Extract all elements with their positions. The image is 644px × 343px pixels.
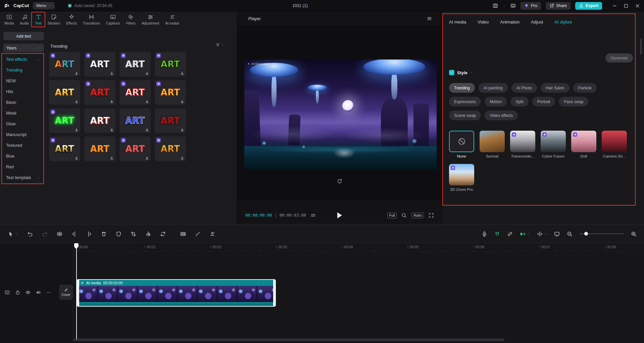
ratio-button[interactable]: Ratio bbox=[411, 213, 424, 218]
sidebar-item-hits[interactable]: Hits bbox=[2, 86, 43, 97]
sidebar-item-basic[interactable]: Basic bbox=[2, 97, 43, 108]
tab-filters[interactable]: Filters bbox=[123, 12, 139, 27]
style-thumb[interactable] bbox=[480, 131, 505, 152]
text-effect-card[interactable]: ART bbox=[49, 52, 80, 77]
style-camera-sh[interactable]: Camera Sh... bbox=[602, 131, 627, 158]
mask-button[interactable] bbox=[116, 231, 121, 237]
maximize-button[interactable] bbox=[624, 3, 629, 8]
minimize-button[interactable] bbox=[612, 3, 617, 8]
trim-right-button[interactable] bbox=[86, 231, 92, 237]
style-transcende[interactable]: Transcende... bbox=[510, 131, 535, 158]
eye-icon[interactable] bbox=[26, 290, 31, 295]
chip-split[interactable]: Split bbox=[510, 97, 528, 106]
chip-scene-swap[interactable]: Scene swap bbox=[449, 111, 481, 120]
more-icon[interactable] bbox=[46, 290, 51, 295]
style-doll[interactable]: Doll bbox=[571, 131, 596, 158]
ai-media-clip[interactable]: AI media 00:00:03:00 bbox=[77, 279, 276, 307]
download-icon[interactable] bbox=[110, 99, 114, 103]
zoom-in-button[interactable] bbox=[631, 231, 637, 237]
style-3d-zoom-pro[interactable]: 3D Zoom Pro bbox=[449, 164, 474, 191]
style-thumb[interactable] bbox=[571, 131, 596, 152]
text-effect-card[interactable]: ART bbox=[119, 52, 151, 77]
delete-button[interactable] bbox=[101, 231, 107, 237]
timeline-ruler[interactable]: 00:0000:0100:0200:0300:0400:0500:0600:07… bbox=[73, 243, 644, 252]
cover-button[interactable]: Cover bbox=[59, 285, 72, 300]
chip-portrait[interactable]: Portrait bbox=[532, 97, 555, 106]
download-icon[interactable] bbox=[145, 99, 149, 103]
tab-stickers[interactable]: Stickers bbox=[45, 12, 63, 27]
tab-audio[interactable]: Audio bbox=[17, 12, 32, 27]
close-button[interactable] bbox=[635, 3, 640, 8]
auto-ripple-button[interactable] bbox=[520, 231, 530, 237]
enhance-button[interactable] bbox=[195, 231, 201, 237]
filter-sort-button[interactable] bbox=[213, 42, 227, 48]
text-effect-card[interactable]: ART bbox=[84, 108, 115, 133]
full-button[interactable]: Full bbox=[387, 213, 397, 218]
export-button[interactable]: Export bbox=[575, 2, 602, 10]
playhead[interactable] bbox=[76, 243, 77, 339]
download-icon[interactable] bbox=[145, 156, 149, 160]
sidebar-item-glow[interactable]: Glow bbox=[2, 119, 43, 129]
clip-right-handle[interactable] bbox=[273, 280, 275, 306]
undo-button[interactable] bbox=[27, 231, 33, 237]
sidebar-group-text-effects[interactable]: Text effects bbox=[2, 54, 43, 65]
chip-motion[interactable]: Motion bbox=[485, 97, 507, 106]
tab-ai-avatar[interactable]: AI avatar bbox=[162, 12, 183, 27]
style-thumb[interactable] bbox=[449, 164, 474, 185]
keyboard-shortcut-icon[interactable] bbox=[510, 3, 516, 8]
download-icon[interactable] bbox=[110, 71, 114, 75]
style-thumb[interactable] bbox=[510, 131, 535, 152]
chip-trending[interactable]: Trending bbox=[449, 83, 475, 93]
download-icon[interactable] bbox=[180, 99, 184, 103]
link-button[interactable] bbox=[507, 231, 513, 237]
tab-transitions[interactable]: Transitions bbox=[80, 12, 103, 27]
generate-button[interactable]: Generate bbox=[605, 53, 633, 62]
sidebar-item-metal[interactable]: Metal bbox=[2, 108, 43, 119]
sidebar-item-blue[interactable]: Blue bbox=[2, 151, 43, 162]
yours-dropdown[interactable]: Yours bbox=[3, 44, 44, 52]
reset-view-button[interactable] bbox=[337, 178, 343, 184]
hd-button[interactable] bbox=[180, 231, 186, 237]
download-icon[interactable] bbox=[180, 71, 184, 75]
zoom-out-button[interactable] bbox=[567, 231, 573, 237]
tab-text[interactable]: Text bbox=[32, 12, 44, 27]
sidebar-item-red[interactable]: Red bbox=[2, 162, 43, 172]
video-preview[interactable]: AI Generated bbox=[244, 59, 437, 169]
sidebar-item-trending[interactable]: Trending bbox=[2, 65, 43, 76]
text-effect-card[interactable]: ART bbox=[155, 136, 186, 161]
auto-reframe-button[interactable] bbox=[210, 231, 215, 237]
tab-video[interactable]: Video bbox=[478, 19, 489, 25]
chip-expressions[interactable]: Expressions bbox=[449, 97, 481, 106]
chip-hair-salon[interactable]: Hair Salon bbox=[541, 83, 569, 93]
style-thumb[interactable] bbox=[541, 131, 566, 152]
crop-button[interactable] bbox=[131, 231, 136, 237]
lock-icon[interactable] bbox=[15, 290, 20, 295]
tab-adjustment[interactable]: Adjustment bbox=[139, 12, 162, 27]
zoom-slider[interactable] bbox=[580, 233, 624, 234]
layout-panels-icon[interactable] bbox=[493, 3, 498, 8]
clip-left-handle[interactable] bbox=[77, 280, 79, 306]
download-icon[interactable] bbox=[75, 71, 79, 75]
collapse-style-icon[interactable] bbox=[470, 71, 473, 74]
layout-caret-icon[interactable] bbox=[503, 4, 506, 7]
add-text-button[interactable]: Add text bbox=[3, 32, 44, 40]
select-tool-button[interactable] bbox=[8, 231, 18, 237]
timeline-tracks[interactable]: AI media 00:00:03:00 bbox=[73, 252, 644, 343]
chip-particle[interactable]: Particle bbox=[573, 83, 597, 93]
text-effect-card[interactable]: ART bbox=[155, 80, 186, 105]
style-surreal[interactable]: Surreal bbox=[480, 131, 505, 158]
text-effect-card[interactable]: ART bbox=[155, 108, 186, 133]
replace-button[interactable] bbox=[160, 231, 166, 237]
style-cyber-future[interactable]: Cyber Future bbox=[541, 131, 566, 158]
preview-monitor-button[interactable] bbox=[554, 231, 560, 237]
text-effect-card[interactable]: ART bbox=[49, 108, 80, 133]
style-thumb[interactable] bbox=[602, 131, 627, 152]
download-icon[interactable] bbox=[75, 156, 79, 160]
zoom-slider-knob[interactable] bbox=[584, 232, 588, 235]
sidebar-item-text-template[interactable]: Text template bbox=[2, 172, 43, 183]
download-icon[interactable] bbox=[75, 99, 79, 103]
sidebar-item-textured[interactable]: Textured bbox=[2, 140, 43, 151]
trim-left-button[interactable] bbox=[71, 231, 77, 237]
snap-button[interactable] bbox=[537, 231, 547, 237]
download-icon[interactable] bbox=[180, 128, 184, 132]
